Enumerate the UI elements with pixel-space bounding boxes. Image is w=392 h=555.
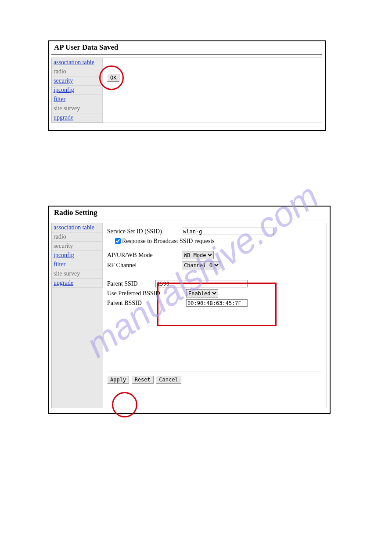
ssid-input[interactable] bbox=[182, 228, 274, 235]
sidebar-item[interactable]: ipconfig bbox=[52, 86, 103, 95]
response-checkbox[interactable] bbox=[115, 238, 121, 244]
sidebar-item[interactable]: filter bbox=[52, 95, 103, 104]
parent-ssid-label: Parent SSID bbox=[107, 280, 155, 287]
apply-button[interactable]: Apply bbox=[107, 376, 129, 384]
response-label: Response to Broadcast SSID requests bbox=[122, 238, 215, 245]
rf-label: RF Channel bbox=[107, 262, 182, 269]
sidebar-item[interactable]: upgrade bbox=[52, 113, 103, 123]
sidebar-item[interactable]: site survey bbox=[52, 269, 103, 279]
parent-bssid-input[interactable] bbox=[186, 299, 248, 307]
sidebar-item[interactable]: filter bbox=[52, 260, 103, 269]
mode-select[interactable]: WB Mode bbox=[182, 251, 214, 259]
panel1-sidebar: association table radio security ipconfi… bbox=[52, 58, 103, 123]
use-pref-label: Use Preferred BSSID bbox=[107, 290, 186, 297]
divider bbox=[107, 371, 322, 371]
reset-button[interactable]: Reset bbox=[132, 376, 154, 384]
panel-radio-setting: Radio Setting association table radio se… bbox=[48, 206, 331, 414]
sidebar-item[interactable]: ipconfig bbox=[52, 251, 103, 260]
divider bbox=[107, 248, 322, 248]
ok-button[interactable]: OK bbox=[107, 74, 119, 82]
sidebar-item[interactable]: upgrade bbox=[52, 279, 103, 288]
parent-bssid-label: Parent BSSID bbox=[107, 300, 186, 307]
sidebar-item[interactable]: radio bbox=[52, 67, 103, 76]
sidebar-item[interactable]: security bbox=[52, 242, 103, 251]
sidebar-item[interactable]: association table bbox=[52, 58, 103, 67]
rf-select[interactable]: Channel 6 bbox=[182, 261, 220, 269]
mode-label: AP/UR/WB Mode bbox=[107, 252, 182, 259]
ssid-label: Service Set ID (SSID) bbox=[107, 228, 182, 235]
use-pref-select[interactable]: Enabled bbox=[186, 289, 218, 297]
panel1-title: AP User Data Saved bbox=[51, 41, 322, 55]
panel-ap-user-data-saved: AP User Data Saved association table rad… bbox=[48, 40, 326, 131]
panel2-sidebar: association table radio security ipconfi… bbox=[52, 223, 103, 408]
panel2-title: Radio Setting bbox=[51, 207, 327, 220]
sidebar-item[interactable]: security bbox=[52, 76, 103, 86]
sidebar-item[interactable]: radio bbox=[52, 232, 103, 242]
sidebar-item[interactable]: site survey bbox=[52, 104, 103, 113]
sidebar-item[interactable]: association table bbox=[52, 223, 103, 232]
cancel-button[interactable]: Cancel bbox=[156, 376, 181, 384]
parent-ssid-input[interactable] bbox=[155, 280, 248, 287]
